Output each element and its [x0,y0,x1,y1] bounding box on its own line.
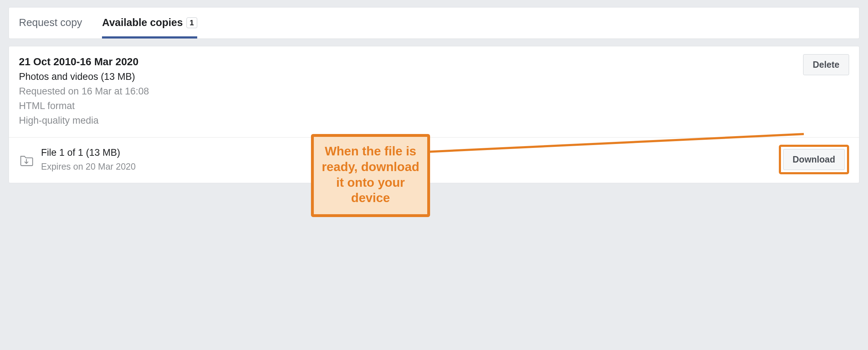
tabs-card: Request copy Available copies 1 [9,7,859,39]
copy-date-range: 21 Oct 2010-16 Mar 2020 [19,54,149,69]
download-button[interactable]: Download [783,149,845,170]
copy-content: Photos and videos (13 MB) [19,70,149,84]
tab-label: Available copies [102,17,183,29]
copy-card: 21 Oct 2010-16 Mar 2020 Photos and video… [9,46,859,183]
copy-meta: 21 Oct 2010-16 Mar 2020 Photos and video… [19,54,149,128]
copy-requested: Requested on 16 Mar at 16:08 [19,84,149,98]
tab-label: Request copy [19,17,82,29]
tab-request-copy[interactable]: Request copy [19,7,82,38]
annotation-text: When the file is ready, download it onto… [322,144,419,205]
delete-button[interactable]: Delete [803,54,849,75]
copy-format: HTML format [19,99,149,113]
tabs-bar: Request copy Available copies 1 [9,7,859,38]
download-highlight: Download [779,145,849,174]
file-row: File 1 of 1 (13 MB) Expires on 20 Mar 20… [9,138,859,183]
folder-download-icon [19,153,34,168]
tab-available-copies[interactable]: Available copies 1 [102,7,197,38]
copy-quality: High-quality media [19,114,149,128]
tab-count-badge: 1 [187,17,197,28]
annotation-callout: When the file is ready, download it onto… [311,134,430,217]
copy-summary: 21 Oct 2010-16 Mar 2020 Photos and video… [9,46,859,138]
